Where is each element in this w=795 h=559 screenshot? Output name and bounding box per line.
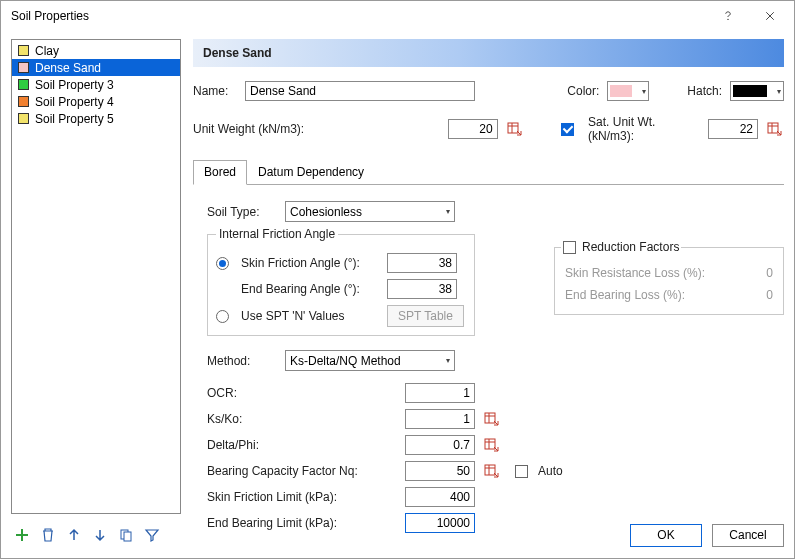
window-title: Soil Properties (11, 9, 89, 23)
title-bar: Soil Properties (1, 1, 794, 31)
svg-rect-3 (485, 413, 495, 423)
soil-list-item-4[interactable]: Soil Property 4 (12, 93, 180, 110)
internal-friction-legend: Internal Friction Angle (216, 227, 338, 241)
skin-resistance-loss-label: Skin Resistance Loss (%): (565, 266, 705, 280)
deltaphi-detail-button[interactable] (483, 436, 501, 454)
list-item-label: Dense Sand (35, 61, 101, 75)
swatch-icon (18, 79, 29, 90)
list-item-label: Soil Property 3 (35, 78, 114, 92)
table-popup-icon (484, 411, 500, 427)
reduction-factors-checkbox[interactable] (563, 241, 576, 254)
end-bearing-angle-input[interactable] (387, 279, 457, 299)
soil-type-value: Cohesionless (290, 205, 362, 219)
unit-weight-input[interactable] (448, 119, 498, 139)
soil-list-item-clay[interactable]: Clay (12, 42, 180, 59)
reduction-factors-group: Reduction Factors Skin Resistance Loss (… (554, 241, 784, 315)
hatch-chip-icon (733, 85, 767, 97)
method-select[interactable]: Ks-Delta/NQ Method ▾ (285, 350, 455, 371)
svg-rect-1 (508, 123, 518, 133)
help-icon (722, 10, 734, 22)
skin-resistance-loss-value: 0 (713, 266, 773, 280)
ksko-detail-button[interactable] (483, 410, 501, 428)
trash-icon (40, 527, 56, 543)
name-input[interactable] (245, 81, 475, 101)
nq-detail-button[interactable] (483, 462, 501, 480)
chevron-down-icon: ▾ (446, 207, 450, 216)
end-bearing-loss-label: End Bearing Loss (%): (565, 288, 685, 302)
soil-type-select[interactable]: Cohesionless ▾ (285, 201, 455, 222)
ocr-label: OCR: (207, 386, 397, 400)
svg-rect-7 (124, 532, 131, 541)
hatch-picker[interactable]: ▾ (730, 81, 784, 101)
arrow-up-icon (66, 527, 82, 543)
chevron-down-icon: ▾ (777, 87, 781, 96)
spt-radio[interactable] (216, 310, 229, 323)
skin-limit-input[interactable] (405, 487, 475, 507)
tab-bored[interactable]: Bored (193, 160, 247, 185)
soil-list-item-dense-sand[interactable]: Dense Sand (12, 59, 180, 76)
ksko-label: Ks/Ko: (207, 412, 397, 426)
tab-datum-dependency[interactable]: Datum Dependency (247, 160, 375, 185)
deltaphi-label: Delta/Phi: (207, 438, 397, 452)
help-button[interactable] (708, 2, 748, 30)
svg-rect-4 (485, 439, 495, 449)
swatch-icon (18, 45, 29, 56)
spt-label: Use SPT 'N' Values (241, 309, 381, 323)
main-panel: Dense Sand Name: Color: ▾ Hatch: ▾ Unit … (193, 39, 784, 514)
skin-limit-label: Skin Friction Limit (kPa): (207, 490, 397, 504)
auto-label: Auto (538, 464, 563, 478)
nq-label: Bearing Capacity Factor Nq: (207, 464, 397, 478)
list-item-label: Soil Property 4 (35, 95, 114, 109)
cancel-button[interactable]: Cancel (712, 524, 784, 547)
list-item-label: Soil Property 5 (35, 112, 114, 126)
header-bar: Dense Sand (193, 39, 784, 67)
sat-unit-weight-checkbox[interactable] (561, 123, 574, 136)
deltaphi-input[interactable] (405, 435, 475, 455)
ksko-input[interactable] (405, 409, 475, 429)
nq-input[interactable] (405, 461, 475, 481)
soil-list-item-3[interactable]: Soil Property 3 (12, 76, 180, 93)
move-down-button[interactable] (91, 526, 109, 544)
list-item-label: Clay (35, 44, 59, 58)
table-popup-icon (507, 121, 523, 137)
end-bearing-angle-label: End Bearing Angle (°): (241, 282, 381, 296)
bottom-bar: OK Cancel (11, 522, 784, 548)
bored-tab-body: Soil Type: Cohesionless ▾ Internal Frict… (193, 185, 784, 537)
table-popup-icon (484, 437, 500, 453)
add-button[interactable] (13, 526, 31, 544)
ocr-input[interactable] (405, 383, 475, 403)
copy-button[interactable] (117, 526, 135, 544)
ok-button[interactable]: OK (630, 524, 702, 547)
move-up-button[interactable] (65, 526, 83, 544)
swatch-icon (18, 96, 29, 107)
skin-friction-radio[interactable] (216, 257, 229, 270)
table-popup-icon (484, 463, 500, 479)
skin-friction-input[interactable] (387, 253, 457, 273)
sat-unit-weight-label: Sat. Unit Wt. (kN/m3): (588, 115, 692, 143)
tabs: Bored Datum Dependency (193, 159, 784, 185)
skin-friction-label: Skin Friction Angle (°): (241, 256, 381, 270)
filter-button[interactable] (143, 526, 161, 544)
spt-table-button[interactable]: SPT Table (387, 305, 464, 327)
auto-checkbox[interactable] (515, 465, 528, 478)
unit-weight-detail-button[interactable] (506, 120, 524, 138)
soil-list-item-5[interactable]: Soil Property 5 (12, 110, 180, 127)
color-label: Color: (567, 84, 599, 98)
hatch-label: Hatch: (687, 84, 722, 98)
soil-type-label: Soil Type: (207, 205, 277, 219)
color-picker[interactable]: ▾ (607, 81, 649, 101)
unit-weight-label: Unit Weight (kN/m3): (193, 122, 327, 136)
swatch-icon (18, 62, 29, 73)
delete-button[interactable] (39, 526, 57, 544)
plus-icon (14, 527, 30, 543)
reduction-factors-legend: Reduction Factors (582, 240, 679, 254)
arrow-down-icon (92, 527, 108, 543)
svg-rect-2 (768, 123, 778, 133)
close-button[interactable] (750, 2, 790, 30)
sat-unit-weight-input[interactable] (708, 119, 758, 139)
sat-unit-weight-detail-button[interactable] (766, 120, 784, 138)
funnel-icon (144, 527, 160, 543)
internal-friction-group: Internal Friction Angle Skin Friction An… (207, 234, 475, 336)
table-popup-icon (767, 121, 783, 137)
method-label: Method: (207, 354, 277, 368)
